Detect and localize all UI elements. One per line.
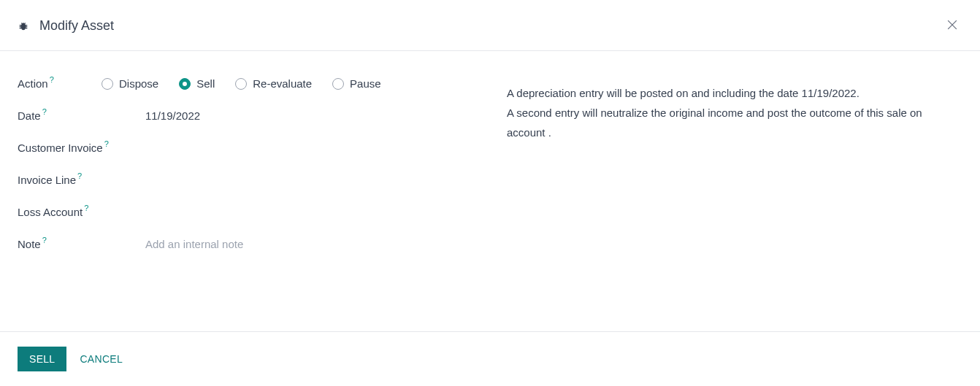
radio-label: Re-evaluate: [253, 77, 312, 90]
form-column: Action ? Dispose Sell Re-evaluate: [18, 77, 507, 270]
radio-circle-icon: [235, 78, 247, 90]
close-button[interactable]: [942, 15, 962, 37]
bug-icon: [18, 20, 29, 32]
radio-label: Dispose: [119, 77, 158, 90]
info-text-line1: A depreciation entry will be posted on a…: [507, 83, 962, 103]
help-icon[interactable]: ?: [104, 139, 109, 148]
modal-title: Modify Asset: [39, 18, 114, 34]
row-action: Action ? Dispose Sell Re-evaluate: [18, 77, 507, 93]
radio-label: Sell: [196, 77, 215, 90]
note-value: [145, 238, 507, 250]
label-date-text: Date: [18, 109, 41, 122]
help-icon[interactable]: ?: [77, 171, 82, 180]
radio-dot-icon: [183, 82, 187, 86]
help-icon[interactable]: ?: [50, 75, 54, 84]
row-loss-account: Loss Account ?: [18, 206, 507, 222]
help-icon[interactable]: ?: [42, 236, 47, 244]
sell-button[interactable]: SELL: [18, 347, 66, 371]
radio-dispose[interactable]: Dispose: [102, 77, 158, 90]
label-note: Note ?: [18, 238, 145, 250]
help-icon[interactable]: ?: [84, 204, 88, 212]
label-invoice-line-text: Invoice Line: [18, 174, 76, 186]
label-loss-account-text: Loss Account: [18, 206, 83, 218]
label-action-text: Action: [18, 77, 48, 90]
close-icon: [945, 23, 960, 34]
modal-body: Action ? Dispose Sell Re-evaluate: [0, 51, 980, 285]
info-column: A depreciation entry will be posted on a…: [507, 77, 962, 270]
note-input[interactable]: [145, 238, 507, 250]
info-text-line2: A second entry will neutralize the origi…: [507, 103, 962, 142]
radio-circle-icon: [332, 78, 344, 90]
modal-title-wrap: Modify Asset: [18, 18, 114, 34]
modal-header: Modify Asset: [0, 0, 980, 51]
row-customer-invoice: Customer Invoice ?: [18, 142, 507, 158]
label-customer-invoice-text: Customer Invoice: [18, 142, 103, 154]
radio-pause[interactable]: Pause: [332, 77, 381, 90]
label-loss-account: Loss Account ?: [18, 206, 145, 218]
radio-sell[interactable]: Sell: [179, 77, 215, 90]
action-radio-group: Dispose Sell Re-evaluate Pause: [102, 77, 381, 90]
radio-circle-icon: [179, 78, 191, 90]
row-invoice-line: Invoice Line ?: [18, 174, 507, 190]
cancel-button[interactable]: CANCEL: [80, 353, 123, 365]
date-input[interactable]: 11/19/2022: [145, 109, 507, 122]
label-date: Date ?: [18, 109, 145, 122]
label-note-text: Note: [18, 238, 41, 250]
radio-label: Pause: [350, 77, 381, 90]
label-customer-invoice: Customer Invoice ?: [18, 142, 145, 154]
radio-circle-icon: [102, 78, 113, 90]
help-icon[interactable]: ?: [42, 107, 47, 116]
row-date: Date ? 11/19/2022: [18, 109, 507, 126]
modal-footer: SELL CANCEL: [0, 331, 980, 386]
radio-reevaluate[interactable]: Re-evaluate: [235, 77, 312, 90]
row-note: Note ?: [18, 238, 507, 254]
label-invoice-line: Invoice Line ?: [18, 174, 145, 186]
